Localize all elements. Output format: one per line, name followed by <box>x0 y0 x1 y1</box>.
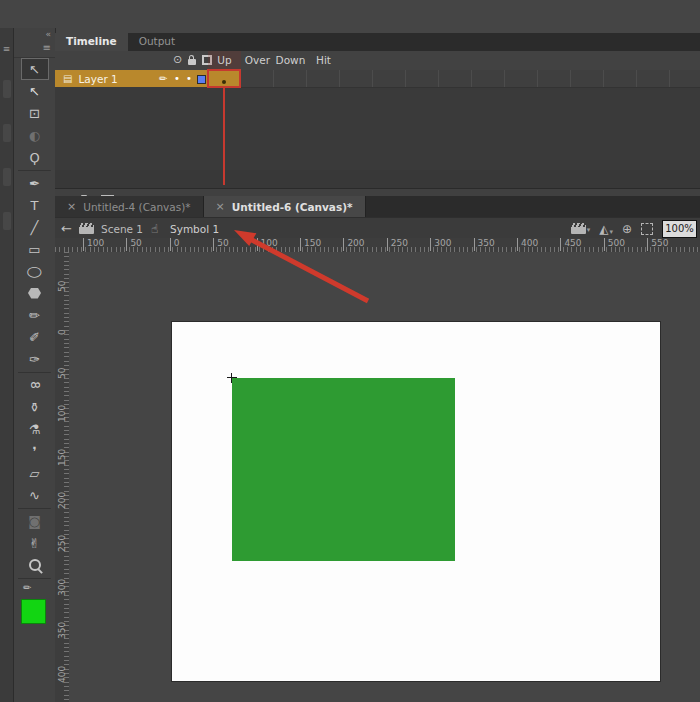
ruler-label: 400 <box>57 665 67 682</box>
rectangle-tool-icon[interactable]: ▭ <box>14 238 55 260</box>
line-tool-icon[interactable]: ╱ <box>14 216 55 238</box>
horizontal-ruler: 10050050100150200250300350400450500550 <box>55 238 700 253</box>
ruler-label: 200 <box>343 238 364 251</box>
bone-tool-icon[interactable]: 8 <box>14 374 55 396</box>
timeline-body: ⊙ UpOverDownHit ▤ Layer 1 ✏ • • <box>55 51 700 170</box>
collapsed-panel-slot[interactable] <box>3 80 11 98</box>
edit-scene-button[interactable]: ▾ <box>571 223 591 234</box>
clip-content-button[interactable] <box>641 223 653 235</box>
button-symbol-icon: ☝ <box>151 218 158 239</box>
frame-label-hit[interactable]: Hit <box>307 51 340 70</box>
ruler-label: 550 <box>647 238 668 251</box>
ruler-label: 50 <box>57 281 67 292</box>
crosshair-cursor <box>227 373 237 383</box>
ruler-label: 0 <box>57 330 67 336</box>
frame-label-highlight <box>207 69 241 88</box>
layer-row[interactable]: ▤ Layer 1 ✏ • • <box>55 70 700 87</box>
layer-visibility-dot[interactable]: • <box>174 73 180 84</box>
selection-tool-icon[interactable]: ↖ <box>21 58 49 80</box>
stage-zoom-field[interactable]: 100% <box>662 220 697 238</box>
edit-bar: ← Scene 1 ☝ Symbol 1 ▾ ◭▾ ⊕ 100% <box>55 217 700 240</box>
threed-rotation-tool-icon[interactable]: ◐ <box>14 124 55 146</box>
polystar-tool-icon[interactable] <box>14 282 55 304</box>
back-arrow-button[interactable]: ← <box>61 218 72 239</box>
playhead-line[interactable] <box>223 88 225 185</box>
document-tab-bar: × Untitled-4 (Canvas)* × Untitled-6 (Can… <box>55 196 700 217</box>
eraser-tool-icon[interactable]: ▱ <box>14 462 55 484</box>
close-tab-icon[interactable]: × <box>216 200 225 213</box>
tab-timeline[interactable]: Timeline <box>55 33 128 51</box>
brush-tool-icon[interactable]: ✐ <box>14 326 55 348</box>
ruler-label: 500 <box>604 238 625 251</box>
eyedropper-tool-icon[interactable]: ❜ <box>14 440 55 462</box>
free-transform-tool-icon[interactable]: ⊡ <box>14 102 55 124</box>
ruler-label: 250 <box>387 238 408 251</box>
frame-label-over[interactable]: Over <box>241 51 274 70</box>
stage-canvas[interactable] <box>172 322 660 681</box>
drawn-green-rectangle[interactable] <box>232 378 455 561</box>
document-tab-label: Untitled-6 (Canvas)* <box>232 201 353 213</box>
frame-label-up[interactable]: Up <box>208 51 241 70</box>
timeline-tab-bar: TimelineOutput <box>55 33 700 51</box>
text-tool-icon[interactable]: T <box>14 194 55 216</box>
pasteboard[interactable] <box>69 252 700 702</box>
timeline-header-row: ⊙ UpOverDownHit <box>55 51 700 71</box>
zoom-tool-icon[interactable] <box>14 554 55 576</box>
layer-lock-dot[interactable]: • <box>186 73 192 84</box>
ruler-label: 350 <box>57 622 67 639</box>
tools-panel-header: « ≡ <box>14 28 55 58</box>
ink-bottle-tool-icon[interactable]: ⚗ <box>14 418 55 440</box>
ruler-label: 100 <box>257 238 278 251</box>
ruler-label: 300 <box>57 579 67 596</box>
document-tab-label: Untitled-4 (Canvas)* <box>83 201 190 213</box>
doc-tab-untitled-6[interactable]: × Untitled-6 (Canvas)* <box>204 196 366 217</box>
ruler-label: 300 <box>430 238 451 251</box>
scene-breadcrumb[interactable]: Scene 1 <box>101 218 143 239</box>
layer-name[interactable]: Layer 1 <box>78 73 117 85</box>
subselection-tool-icon[interactable]: ↖ <box>14 80 55 102</box>
scene-clapperboard-icon <box>79 223 94 234</box>
hand-tool-icon[interactable]: ✌ <box>14 532 55 554</box>
layer-outline-color-swatch[interactable] <box>197 75 206 84</box>
fill-color-swatch[interactable] <box>14 597 55 625</box>
ruler-label: 150 <box>300 238 321 251</box>
collapsed-panel-slot[interactable] <box>3 124 11 142</box>
ruler-label: 50 <box>213 238 228 251</box>
symbol-breadcrumb[interactable]: Symbol 1 <box>170 218 219 239</box>
frame-grid[interactable] <box>208 70 700 88</box>
ruler-label: 350 <box>474 238 495 251</box>
paint-brush-tool-icon[interactable]: ✑ <box>14 348 55 370</box>
doc-tab-untitled-4[interactable]: × Untitled-4 (Canvas)* <box>55 196 204 217</box>
edit-symbol-button[interactable]: ◭▾ <box>599 222 613 236</box>
layer-edit-pencil-icon: ✏ <box>159 73 167 84</box>
layer-icon: ▤ <box>63 74 72 84</box>
layer-name-area[interactable]: ▤ Layer 1 ✏ • • <box>55 70 208 87</box>
ruler-label: 100 <box>83 238 104 251</box>
collapsed-panel-slot[interactable] <box>3 168 11 186</box>
paint-bucket-tool-icon[interactable]: ⚱ <box>14 396 55 418</box>
camera-tool-icon[interactable]: ◙ <box>14 510 55 532</box>
close-tab-icon[interactable]: × <box>67 200 76 213</box>
lasso-tool-icon[interactable]: Ϙ <box>14 146 55 168</box>
center-stage-button[interactable]: ⊕ <box>622 222 632 236</box>
collapsed-panel-strip[interactable]: ≡ <box>0 28 14 702</box>
collapsed-panel-slot[interactable] <box>3 212 11 230</box>
panel-menu-icon[interactable]: ≡ <box>0 44 13 54</box>
lock-all-layers-icon[interactable] <box>188 59 196 65</box>
pencil-tool-icon[interactable]: ✏ <box>14 304 55 326</box>
oval-tool-icon[interactable]: ◯ <box>14 260 55 282</box>
timeline-panel: TimelineOutput ⊙ UpOverDownHit ▤ Layer 1… <box>55 33 700 196</box>
show-hide-all-layers-icon[interactable]: ⊙ <box>173 54 182 65</box>
ruler-label: 250 <box>57 535 67 552</box>
panel-menu-icon[interactable]: ≡ <box>43 42 51 54</box>
pen-tool-icon[interactable]: ✒ <box>14 172 55 194</box>
ruler-label: 50 <box>126 238 141 251</box>
clip-outline-icon <box>641 223 653 235</box>
frame-label-down[interactable]: Down <box>274 51 307 70</box>
tools-panel: « ≡ ↖ ↖ ⊡ ◐ Ϙ ✒ T <box>14 28 56 702</box>
tab-output[interactable]: Output <box>128 33 186 51</box>
width-tool-icon[interactable]: ∿ <box>14 484 55 506</box>
vertical-ruler: 50050100150200250300350400 <box>55 252 70 702</box>
stroke-color-icon[interactable]: ✏ <box>14 580 55 595</box>
collapse-panel-icon[interactable]: « <box>45 29 51 39</box>
